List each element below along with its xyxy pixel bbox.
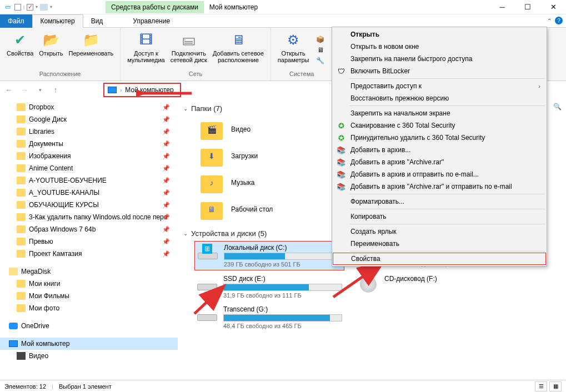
details-view-button[interactable]: ☰ — [535, 381, 547, 391]
recent-button[interactable]: ▾ — [33, 83, 47, 97]
ctx-open[interactable]: Открыть — [333, 28, 546, 41]
folder-icon — [17, 140, 26, 148]
open-button[interactable]: 📂 Открыть — [37, 30, 65, 69]
uninstall-programs-button[interactable]: 📦 — [315, 34, 326, 44]
ctx-rename[interactable]: Переименовать — [333, 238, 546, 250]
drive-item[interactable]: Transcend (G:)48,4 ГБ свободно из 465 ГБ — [194, 303, 344, 331]
sidebar-item[interactable]: A_YOUTUBE-КАНАЛЫ📌 — [0, 187, 178, 199]
folder-icon — [17, 177, 26, 184]
forward-button[interactable]: → — [18, 83, 31, 97]
onedrive-icon — [9, 323, 18, 329]
sidebar-item[interactable]: 3-Как удалить папку Windows.old после пе… — [0, 211, 178, 223]
sidebar-item[interactable]: Мои Фильмы — [0, 290, 178, 302]
open-settings-button[interactable]: ⚙ Открыть параметры — [276, 30, 312, 69]
sidebar-item[interactable]: Проект Камтазия📌 — [0, 248, 178, 260]
pc-icon: 🖥 — [316, 46, 325, 54]
drive-item[interactable]: ⊞Локальный диск (C:)239 ГБ свободно из 5… — [194, 241, 344, 270]
sidebar-item[interactable]: Документы📌 — [0, 138, 178, 150]
back-button[interactable]: ← — [2, 83, 16, 97]
help-icon[interactable]: ? — [555, 17, 563, 24]
up-button[interactable]: ↑ — [49, 83, 62, 97]
breadcrumb[interactable]: Мой компьютер — [125, 86, 173, 94]
sidebar-item[interactable]: Dropbox📌 — [0, 101, 178, 113]
ctx-create-shortcut[interactable]: Создать ярлык — [333, 225, 546, 238]
media-access-button[interactable]: 🎞 Доступ к мультимедиа — [125, 30, 167, 69]
pin-icon: 📌 — [162, 128, 170, 135]
ctx-properties[interactable]: Свойства — [333, 253, 546, 265]
tab-file[interactable]: Файл — [0, 14, 32, 28]
tab-view[interactable]: Вид — [83, 14, 111, 28]
collapse-ribbon-icon[interactable]: ⌃ — [547, 18, 552, 24]
computer-icon — [108, 87, 117, 93]
pin-icon: 📌 — [162, 214, 170, 221]
sidebar-item[interactable]: A-YOUTUBE-ОБУЧЕНИЕ📌 — [0, 174, 178, 187]
drive-icon: 🖴 — [180, 31, 198, 49]
address-bar[interactable]: › Мой компьютер — [103, 83, 181, 97]
ribbon-tabs: Файл Компьютер Вид Управление ⌃ ? — [0, 14, 566, 28]
sidebar-item[interactable]: Anime Content📌 — [0, 162, 178, 174]
sidebar-item[interactable]: Google Диск📌 — [0, 113, 178, 125]
rename-button[interactable]: 📁 Переименовать — [67, 30, 116, 69]
status-bar: Элементов: 12 | Выбран 1 элемент ☰ ▦ — [0, 380, 566, 392]
ctx-open-new-window[interactable]: Открыть в новом окне — [333, 41, 546, 53]
qat-new-folder-icon[interactable] — [40, 4, 48, 11]
folder-icon — [17, 304, 26, 312]
monitor-icon: 🖥 — [229, 31, 247, 49]
sidebar-item[interactable]: Превью📌 — [0, 235, 178, 248]
shield-green-icon: ✪ — [336, 133, 346, 143]
ctx-archive-named-email[interactable]: 📚Добавить в архив "Archive.rar" и отправ… — [333, 180, 546, 193]
capacity-bar — [223, 284, 342, 291]
chevron-right-icon: › — [538, 83, 540, 89]
ctx-share[interactable]: Предоставить доступ к› — [333, 80, 546, 92]
video-icon — [17, 352, 26, 360]
navigation-pane: Dropbox📌Google Диск📌Libraries📌Документы📌… — [0, 99, 178, 380]
ctx-restore-version[interactable]: Восстановить прежнюю версию — [333, 92, 546, 104]
system-properties-button[interactable]: 🖥 — [315, 45, 326, 55]
ctx-add-archive-named[interactable]: 📚Добавить в архив "Archive.rar" — [333, 156, 546, 168]
ctx-scan-360[interactable]: ✪Сканирование с 360 Total Security — [333, 119, 546, 132]
drive-icon — [197, 275, 218, 292]
sidebar-item[interactable]: Мои книги — [0, 278, 178, 290]
window-controls: ─ ☐ ✕ — [489, 0, 566, 14]
tab-manage[interactable]: Управление — [125, 14, 178, 28]
properties-button[interactable]: ✔ Свойства — [4, 30, 36, 69]
sidebar-item-video[interactable]: Видео — [0, 350, 178, 362]
qat-checkbox-icon[interactable] — [14, 4, 21, 11]
sidebar-item-onedrive[interactable]: OneDrive — [0, 320, 178, 332]
drive-item[interactable]: SSD диск (E:)31,9 ГБ свободно из 111 ГБ — [194, 273, 344, 301]
sidebar-item-megadisk[interactable]: MegaDisk — [0, 265, 178, 278]
icons-view-button[interactable]: ▦ — [549, 381, 562, 391]
tab-computer[interactable]: Компьютер — [32, 14, 83, 28]
ctx-add-archive[interactable]: 📚Добавить в архив... — [333, 144, 546, 156]
sidebar-item[interactable]: Изображения📌 — [0, 150, 178, 162]
qat-properties-icon[interactable]: ✓ — [27, 4, 33, 11]
ctx-copy[interactable]: Копировать — [333, 210, 546, 223]
add-network-location-button[interactable]: 🖥 Добавить сетевое расположение — [211, 30, 266, 69]
folder-icon — [17, 213, 26, 221]
drive-item[interactable]: CD-дисковод (F:) — [355, 273, 505, 301]
sidebar-item[interactable]: Мои фото — [0, 302, 178, 314]
item-count: Элементов: 12 — [4, 383, 46, 390]
ctx-format[interactable]: Форматировать... — [333, 195, 546, 208]
ctx-delete-360[interactable]: ✪Принудительно удалить с 360 Total Secur… — [333, 132, 546, 144]
shield-icon: 🛡 — [336, 66, 346, 76]
folder-icon — [9, 268, 18, 275]
sidebar-item[interactable]: Libraries📌 — [0, 125, 178, 138]
map-drive-button[interactable]: 🖴 Подключить сетевой диск — [168, 30, 209, 69]
folder-icon — [17, 128, 26, 135]
sidebar-item-mypc[interactable]: Мой компьютер — [0, 338, 178, 350]
pin-icon: 📌 — [162, 153, 170, 160]
manage-button[interactable]: 🔧 — [315, 56, 326, 66]
sidebar-item[interactable]: ОБУЧАЮЩИЕ КУРСЫ📌 — [0, 199, 178, 211]
maximize-button[interactable]: ☐ — [515, 0, 540, 14]
ctx-archive-email[interactable]: 📚Добавить в архив и отправить по e-mail.… — [333, 168, 546, 180]
wrench-icon: 🔧 — [316, 56, 325, 65]
ctx-pin-start[interactable]: Закрепить на начальном экране — [333, 107, 546, 119]
folder-large-icon: 🖥 — [200, 198, 223, 220]
close-button[interactable]: ✕ — [540, 0, 566, 14]
sidebar-item[interactable]: Образ Windows 7 64b📌 — [0, 223, 178, 235]
ctx-pin-quick-access[interactable]: Закрепить на панели быстрого доступа — [333, 53, 546, 65]
computer-icon — [9, 340, 18, 347]
ctx-bitlocker[interactable]: 🛡Включить BitLocker — [333, 65, 546, 77]
minimize-button[interactable]: ─ — [489, 0, 515, 14]
